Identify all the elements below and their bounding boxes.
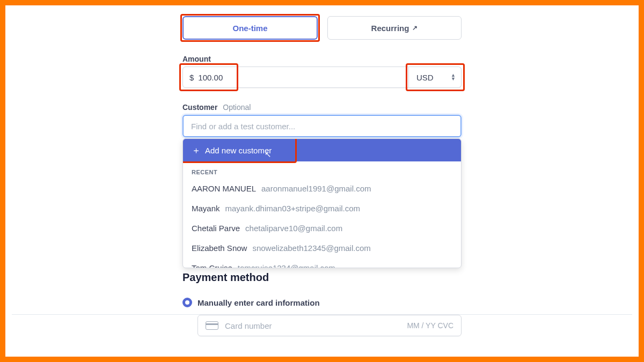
amount-section: Amount $ 100.00 USD ▲▼	[182, 55, 462, 88]
tab-one-time[interactable]: One-time	[182, 16, 318, 40]
customer-name: Elizabeth Snow	[192, 243, 247, 253]
customer-email: aaronmanuel1991@gmail.com	[261, 184, 371, 193]
plus-icon: ＋	[192, 144, 201, 157]
card-icon	[206, 321, 218, 330]
stepper-icon: ▲▼	[451, 73, 456, 81]
customer-section: Customer Optional Find or add a test cus…	[182, 103, 462, 137]
card-number-placeholder: Card number	[225, 321, 400, 330]
divider	[12, 314, 632, 315]
customer-label-text: Customer	[182, 103, 217, 112]
tab-recurring[interactable]: Recurring ↗	[327, 16, 462, 40]
customer-email: snowelizabeth12345@gmail.com	[252, 243, 370, 253]
optional-text: Optional	[223, 103, 251, 112]
tab-one-time-label: One-time	[232, 24, 267, 33]
customer-label: Customer Optional	[182, 103, 462, 112]
customer-item[interactable]: Mayank mayank.dhiman03+stripe@gmail.com	[183, 198, 461, 218]
customer-name: Chetali Parve	[192, 224, 240, 233]
card-expiry-cvc-placeholder: MM / YY CVC	[407, 321, 453, 330]
add-new-customer[interactable]: ＋ Add new customer ↖	[183, 139, 461, 161]
customer-email: chetaliparve10@gmail.com	[245, 224, 342, 233]
customer-email: tomcruise1234@gmail.com	[238, 263, 335, 268]
currency-symbol: $	[189, 73, 194, 82]
customer-name: AARON MANUEL	[192, 184, 256, 193]
currency-select[interactable]: USD ▲▼	[409, 67, 462, 88]
customer-email: mayank.dhiman03+stripe@gmail.com	[225, 204, 361, 213]
customer-item[interactable]: Tom Cruise tomcruise1234@gmail.com	[183, 258, 461, 268]
dropdown-scroll[interactable]: ＋ Add new customer ↖ RECENT AARON MANUEL…	[183, 139, 461, 268]
customer-name: Tom Cruise	[192, 263, 232, 268]
recent-heading: RECENT	[183, 161, 461, 179]
customer-item[interactable]: Chetali Parve chetaliparve10@gmail.com	[183, 218, 461, 238]
amount-row: $ 100.00 USD ▲▼	[182, 67, 462, 88]
amount-value: 100.00	[198, 73, 223, 82]
customer-item[interactable]: Elizabeth Snow snowelizabeth12345@gmail.…	[183, 238, 461, 258]
customer-placeholder: Find or add a test customer...	[191, 122, 295, 131]
tab-recurring-label: Recurring	[371, 24, 409, 33]
external-link-icon: ↗	[412, 24, 418, 32]
amount-input[interactable]: $ 100.00	[182, 67, 409, 88]
amount-label: Amount	[182, 55, 462, 63]
customer-search-input[interactable]: Find or add a test customer...	[182, 115, 462, 137]
manual-card-option[interactable]: Manually enter card information	[182, 298, 462, 307]
payment-type-tabs: One-time Recurring ↗	[182, 16, 462, 40]
manual-card-label: Manually enter card information	[197, 298, 320, 307]
card-number-input[interactable]: Card number MM / YY CVC	[197, 315, 462, 336]
payment-form: One-time Recurring ↗ Amount $ 100.00 USD…	[5, 5, 639, 357]
add-new-label: Add new customer	[205, 146, 272, 155]
customer-name: Mayank	[192, 204, 220, 213]
customer-dropdown: ＋ Add new customer ↖ RECENT AARON MANUEL…	[182, 138, 462, 268]
customer-item[interactable]: AARON MANUEL aaronmanuel1991@gmail.com	[183, 179, 461, 198]
currency-code: USD	[416, 73, 434, 82]
radio-selected-icon	[182, 298, 192, 307]
payment-method-title: Payment method	[182, 271, 462, 284]
